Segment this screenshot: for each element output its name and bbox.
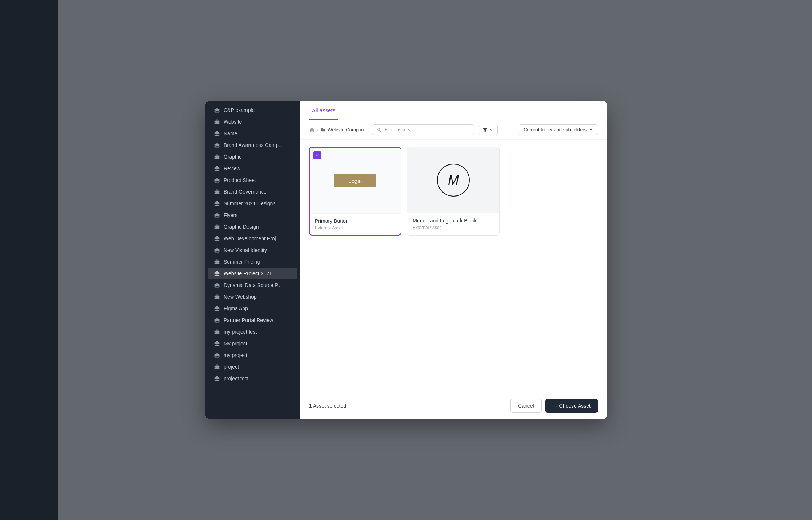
modal-footer: 1 Asset selected Cancel → Choose Asset bbox=[300, 393, 607, 419]
briefcase-icon bbox=[214, 259, 220, 265]
breadcrumb-folder[interactable]: Website Compon... bbox=[321, 127, 368, 132]
briefcase-icon bbox=[214, 177, 220, 183]
sidebar-item-partner-portal[interactable]: Partner Portal Review bbox=[208, 314, 297, 326]
briefcase-icon bbox=[214, 166, 220, 171]
sidebar-item-new-visual-identity[interactable]: New Visual Identity bbox=[208, 244, 297, 256]
asset-name-logomark: Monobrand Logomark Black bbox=[413, 218, 494, 224]
sidebar-item-project[interactable]: project bbox=[208, 361, 297, 373]
sidebar-item-figma-app[interactable]: Figma App bbox=[208, 303, 297, 314]
sidebar-item-brand-governance[interactable]: Brand Governance bbox=[208, 186, 297, 198]
briefcase-icon bbox=[214, 107, 220, 113]
briefcase-icon bbox=[214, 224, 220, 230]
cancel-button[interactable]: Cancel bbox=[510, 399, 542, 413]
sidebar-label-new-visual-identity: New Visual Identity bbox=[224, 247, 267, 253]
briefcase-icon bbox=[214, 247, 220, 253]
briefcase-icon bbox=[214, 317, 220, 323]
footer-actions: Cancel → Choose Asset bbox=[510, 399, 598, 413]
sidebar-item-dynamic-data[interactable]: Dynamic Data Source P... bbox=[208, 279, 297, 291]
assets-grid: Login Primary Button External Asset M bbox=[300, 140, 607, 393]
briefcase-icon bbox=[214, 131, 220, 136]
login-button-preview: Login bbox=[334, 174, 376, 187]
asset-name-primary-button: Primary Button bbox=[315, 218, 395, 224]
search-box[interactable] bbox=[372, 124, 474, 135]
sidebar-label-project: project bbox=[224, 364, 239, 370]
sidebar-label-project-test: project test bbox=[224, 376, 248, 381]
sidebar-item-product-sheet[interactable]: Product Sheet bbox=[208, 174, 297, 186]
sidebar-item-graphic-design[interactable]: Graphic Design bbox=[208, 221, 297, 233]
sidebar-item-review[interactable]: Review bbox=[208, 163, 297, 174]
folder-scope-label: Current folder and sub-folders bbox=[523, 127, 587, 132]
filter-icon bbox=[483, 127, 488, 132]
sidebar-item-project-test[interactable]: project test bbox=[208, 373, 297, 384]
asset-preview-primary-button: Login bbox=[310, 148, 401, 213]
asset-preview-logomark: M bbox=[407, 147, 499, 213]
briefcase-icon bbox=[214, 119, 220, 125]
sidebar-label-brand-awareness: Brand Awareness Camp... bbox=[224, 142, 283, 148]
sidebar-label-website: Website bbox=[224, 119, 242, 125]
briefcase-icon bbox=[214, 201, 220, 206]
sidebar-label-new-webshop: New Webshop bbox=[224, 294, 257, 300]
briefcase-icon bbox=[214, 282, 220, 288]
asset-type-primary-button: External Asset bbox=[315, 225, 395, 230]
sidebar-label-my-project-test: my project test bbox=[224, 329, 257, 335]
tab-all-assets[interactable]: All assets bbox=[309, 101, 338, 120]
briefcase-icon bbox=[214, 364, 220, 370]
sidebar-item-my-project-cap[interactable]: My project bbox=[208, 338, 297, 349]
sidebar-label-figma-app: Figma App bbox=[224, 306, 248, 311]
search-input[interactable] bbox=[384, 127, 469, 132]
modal-toolbar: › Website Compon... bbox=[300, 120, 607, 140]
briefcase-icon bbox=[214, 306, 220, 311]
asset-card-logomark[interactable]: M Monobrand Logomark Black External Asse… bbox=[407, 147, 499, 236]
sidebar-label-product-sheet: Product Sheet bbox=[224, 177, 256, 183]
modal-overlay: C&P example Website Name Brand Awareness… bbox=[0, 0, 812, 520]
selection-label: Asset selected bbox=[313, 403, 346, 409]
asset-type-logomark: External Asset bbox=[413, 225, 494, 230]
sidebar-item-name[interactable]: Name bbox=[208, 128, 297, 139]
sidebar-item-flyers[interactable]: Flyers bbox=[208, 209, 297, 221]
sidebar-label-website-project-2021: Website Project 2021 bbox=[224, 271, 272, 276]
briefcase-icon bbox=[214, 329, 220, 335]
sidebar-label-dynamic-data: Dynamic Data Source P... bbox=[224, 282, 282, 288]
briefcase-icon bbox=[214, 189, 220, 195]
asset-checkbox-primary-button bbox=[313, 151, 321, 159]
search-icon bbox=[377, 127, 382, 132]
folder-scope-button[interactable]: Current folder and sub-folders bbox=[519, 124, 598, 135]
choose-asset-button[interactable]: → Choose Asset bbox=[545, 399, 598, 413]
scope-chevron-icon bbox=[589, 128, 593, 132]
sidebar-item-my-project[interactable]: my project bbox=[208, 349, 297, 361]
folder-icon bbox=[321, 127, 326, 132]
sidebar-item-website[interactable]: Website bbox=[208, 116, 297, 128]
selection-number: 1 bbox=[309, 403, 312, 409]
filter-button[interactable] bbox=[479, 125, 498, 135]
briefcase-icon bbox=[214, 236, 220, 241]
sidebar-item-summer-pricing[interactable]: Summer Pricing bbox=[208, 256, 297, 268]
sidebar-item-cp-example[interactable]: C&P example bbox=[208, 104, 297, 116]
asset-card-primary-button[interactable]: Login Primary Button External Asset bbox=[309, 147, 401, 236]
sidebar-label-web-dev: Web Development Proj... bbox=[224, 236, 280, 241]
sidebar-label-graphic-design: Graphic Design bbox=[224, 224, 259, 230]
sidebar-item-web-dev[interactable]: Web Development Proj... bbox=[208, 233, 297, 244]
sidebar-item-new-webshop[interactable]: New Webshop bbox=[208, 291, 297, 303]
briefcase-icon bbox=[214, 294, 220, 300]
briefcase-icon bbox=[214, 142, 220, 148]
sidebar-label-flyers: Flyers bbox=[224, 212, 237, 218]
asset-card-info-primary-button: Primary Button External Asset bbox=[310, 213, 401, 235]
briefcase-icon bbox=[214, 154, 220, 160]
logo-preview: M bbox=[437, 164, 470, 197]
sidebar-item-website-project-2021[interactable]: Website Project 2021 bbox=[208, 268, 297, 279]
breadcrumb-folder-name: Website Compon... bbox=[328, 127, 368, 132]
chevron-down-icon bbox=[489, 128, 494, 132]
breadcrumb: › Website Compon... bbox=[309, 127, 368, 133]
modal-right-panel: All assets › Website Compon... bbox=[300, 101, 607, 419]
sidebar-item-summer-2021[interactable]: Summer 2021 Designs bbox=[208, 198, 297, 209]
sidebar-label-my-project-cap: My project bbox=[224, 341, 247, 346]
sidebar-item-my-project-test[interactable]: my project test bbox=[208, 326, 297, 338]
sidebar-item-brand-awareness[interactable]: Brand Awareness Camp... bbox=[208, 139, 297, 151]
sidebar-item-graphic[interactable]: Graphic bbox=[208, 151, 297, 163]
breadcrumb-chevron: › bbox=[317, 127, 318, 132]
briefcase-icon bbox=[214, 212, 220, 218]
sidebar-label-partner-portal: Partner Portal Review bbox=[224, 317, 273, 323]
project-sidebar: C&P example Website Name Brand Awareness… bbox=[205, 101, 300, 419]
sidebar-label-my-project: my project bbox=[224, 352, 247, 358]
sidebar-label-review: Review bbox=[224, 166, 240, 171]
